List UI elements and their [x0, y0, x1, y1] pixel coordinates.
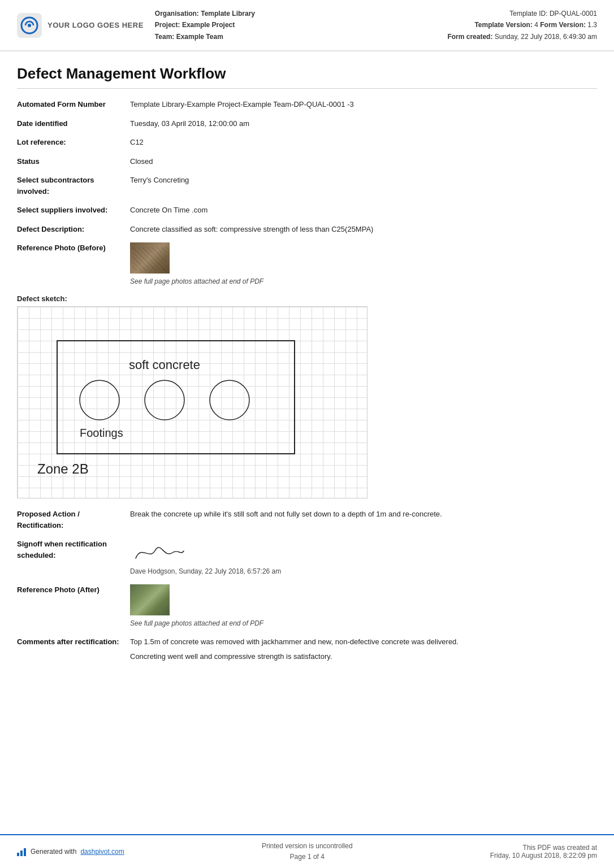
- footer-generated-text: Generated with: [31, 848, 76, 856]
- signature-area: Dave Hodgson, Sunday, 22 July 2018, 6:57…: [130, 539, 597, 576]
- value-subcontractors: Terry's Concreting: [130, 175, 597, 186]
- value-date-identified: Tuesday, 03 April 2018, 12:00:00 am: [130, 118, 597, 129]
- header: YOUR LOGO GOES HERE Organisation: Templa…: [0, 0, 614, 51]
- form-row-status: Status Closed: [17, 156, 597, 167]
- header-organisation: Organisation: Template Library: [155, 8, 436, 19]
- label-reference-photo-after: Reference Photo (After): [17, 584, 130, 596]
- svg-point-4: [145, 380, 184, 420]
- label-suppliers: Select suppliers involved:: [17, 205, 130, 216]
- form-row-comments: Comments after rectification: Top 1.5m o…: [17, 636, 597, 662]
- value-status: Closed: [130, 156, 597, 167]
- footer-center-line2: Page 1 of 4: [262, 852, 353, 862]
- footer-center: Printed version is uncontrolled Page 1 o…: [262, 841, 353, 862]
- sketch-label: Defect sketch:: [17, 294, 597, 303]
- label-comments: Comments after rectification:: [17, 636, 130, 648]
- form-row-suppliers: Select suppliers involved: Concrete On T…: [17, 205, 597, 216]
- footer-bars-icon: [17, 847, 26, 856]
- page-title: Defect Management Workflow: [17, 65, 597, 89]
- header-meta: Organisation: Template Library Project: …: [155, 8, 436, 42]
- value-proposed-action: Break the concrete up while it's still s…: [130, 509, 597, 520]
- form-row-defect-description: Defect Description: Concrete classified …: [17, 224, 597, 235]
- value-reference-photo-before: See full page photos attached at end of …: [130, 242, 597, 287]
- value-lot-reference: C12: [130, 137, 597, 148]
- value-automated-form-number: Template Library-Example Project-Example…: [130, 99, 597, 110]
- label-date-identified: Date identified: [17, 118, 130, 129]
- label-lot-reference: Lot reference:: [17, 137, 130, 148]
- footer-right: This PDF was created at Friday, 10 Augus…: [490, 844, 597, 860]
- footer-right-line1: This PDF was created at: [490, 844, 597, 852]
- svg-point-3: [80, 380, 119, 420]
- value-comments: Top 1.5m of concrete was removed with ja…: [130, 636, 597, 662]
- form-row-subcontractors: Select subcontractors involved: Terry's …: [17, 175, 597, 197]
- label-defect-description: Defect Description:: [17, 224, 130, 235]
- form-created: Form created: Sunday, 22 July 2018, 6:49…: [447, 31, 597, 42]
- page: YOUR LOGO GOES HERE Organisation: Templa…: [0, 0, 614, 868]
- form-row-automated: Automated Form Number Template Library-E…: [17, 99, 597, 110]
- label-subcontractors: Select subcontractors involved:: [17, 175, 130, 197]
- header-team: Team: Example Team: [155, 31, 436, 42]
- sketch-text-zone: Zone 2B: [37, 461, 89, 476]
- sketch-canvas: soft concrete Footings Zone 2B: [17, 306, 367, 498]
- svg-point-1: [28, 24, 31, 27]
- photo-after-thumbnail: [130, 584, 170, 615]
- form-row-lot: Lot reference: C12: [17, 137, 597, 148]
- label-automated-form-number: Automated Form Number: [17, 99, 130, 110]
- photo-before-caption: See full page photos attached at end of …: [130, 276, 597, 287]
- label-proposed-action: Proposed Action / Rectification:: [17, 509, 130, 531]
- form-row-signoff: Signoff when rectification scheduled: Da…: [17, 539, 597, 576]
- comments-line1: Top 1.5m of concrete was removed with ja…: [130, 636, 597, 648]
- svg-point-5: [210, 380, 249, 420]
- value-suppliers: Concrete On Time .com: [130, 205, 597, 216]
- template-id: Template ID: DP-QUAL-0001: [447, 8, 597, 19]
- signature-svg: [130, 539, 187, 564]
- sketch-section: Defect sketch: soft concrete Footing: [17, 294, 597, 498]
- signoff-person: Dave Hodgson, Sunday, 22 July 2018, 6:57…: [130, 566, 597, 576]
- photo-after-caption: See full page photos attached at end of …: [130, 618, 597, 628]
- header-right: Template ID: DP-QUAL-0001 Template Versi…: [447, 8, 597, 42]
- photo-before-thumbnail: [130, 242, 170, 274]
- sketch-svg: soft concrete Footings Zone 2B: [18, 307, 367, 498]
- header-project: Project: Example Project: [155, 19, 436, 31]
- label-status: Status: [17, 156, 130, 167]
- main-content: Defect Management Workflow Automated For…: [0, 51, 614, 834]
- logo-icon: [17, 13, 42, 38]
- footer-link[interactable]: dashpivot.com: [80, 848, 124, 856]
- footer: Generated with dashpivot.com Printed ver…: [0, 834, 614, 868]
- sketch-text-footings: Footings: [80, 427, 123, 439]
- footer-left: Generated with dashpivot.com: [17, 847, 124, 856]
- label-reference-photo-before: Reference Photo (Before): [17, 242, 130, 254]
- form-row-photo-after: Reference Photo (After) See full page ph…: [17, 584, 597, 628]
- comments-line2: Concreting went well and compressive str…: [130, 651, 597, 662]
- template-version: Template Version: 4 Form Version: 1.3: [447, 19, 597, 31]
- logo-area: YOUR LOGO GOES HERE: [17, 13, 144, 38]
- sketch-text-soft-concrete: soft concrete: [129, 358, 200, 372]
- footer-logo: Generated with dashpivot.com: [17, 847, 124, 856]
- value-reference-photo-after: See full page photos attached at end of …: [130, 584, 597, 628]
- form-row-photo-before: Reference Photo (Before) See full page p…: [17, 242, 597, 287]
- footer-right-line2: Friday, 10 August 2018, 8:22:09 pm: [490, 852, 597, 860]
- footer-center-line1: Printed version is uncontrolled: [262, 841, 353, 852]
- logo-text: YOUR LOGO GOES HERE: [47, 21, 144, 29]
- label-signoff: Signoff when rectification scheduled:: [17, 539, 130, 561]
- value-signoff: Dave Hodgson, Sunday, 22 July 2018, 6:57…: [130, 539, 597, 576]
- form-row-date: Date identified Tuesday, 03 April 2018, …: [17, 118, 597, 129]
- form-row-proposed-action: Proposed Action / Rectification: Break t…: [17, 509, 597, 531]
- value-defect-description: Concrete classified as soft: compressive…: [130, 224, 597, 235]
- sketch-content: soft concrete Footings Zone 2B: [18, 307, 367, 498]
